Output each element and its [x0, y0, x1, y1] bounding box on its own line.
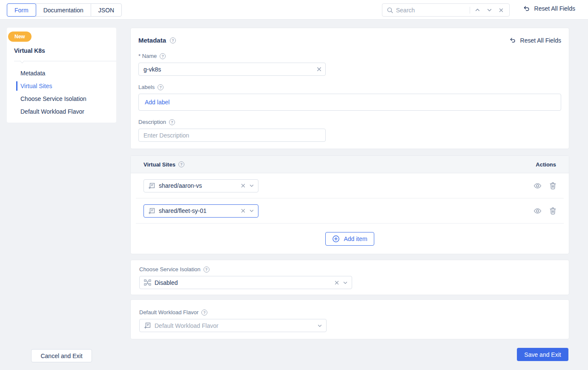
actions-column-header: Actions [536, 161, 556, 168]
close-icon[interactable] [496, 6, 506, 15]
eye-icon[interactable] [534, 208, 542, 214]
workload-flavor-section: Default Workload Flavor Default Workload… [130, 299, 569, 339]
service-isolation-label: Choose Service Isolation [139, 266, 560, 272]
chevron-down-icon[interactable] [249, 183, 254, 188]
search-box[interactable] [382, 3, 510, 17]
search-input[interactable] [396, 7, 467, 14]
trash-icon[interactable] [550, 182, 556, 189]
top-bar: Form Documentation JSON Reset All Fields [0, 0, 588, 20]
labels-label-text: Labels [138, 84, 155, 90]
sidebar-item-virtual-sites[interactable]: Virtual Sites [7, 80, 116, 92]
search-divider [470, 7, 470, 14]
eye-icon[interactable] [534, 183, 542, 189]
description-field-label: Description [138, 119, 561, 125]
virtual-sites-header: Virtual Sites Actions [131, 156, 569, 173]
labels-field: Add label [138, 94, 561, 111]
reference-icon [148, 207, 155, 215]
metadata-reset-label: Reset All Fields [520, 37, 561, 44]
reset-all-fields-label: Reset All Fields [534, 5, 575, 12]
reset-all-fields-button[interactable]: Reset All Fields [522, 5, 575, 12]
sidebar-item-default-workload-flavor[interactable]: Default Workload Flavor [7, 105, 116, 118]
sidebar-item-metadata[interactable]: Metadata [7, 67, 116, 80]
add-circle-icon [332, 235, 340, 243]
chevron-down-icon[interactable] [485, 6, 494, 15]
service-isolation-value: Disabled [155, 279, 331, 286]
description-field [138, 129, 326, 142]
metadata-title-text: Metadata [138, 37, 166, 44]
virtual-site-row: shared/aaron-vs [136, 173, 564, 198]
tab-form[interactable]: Form [7, 3, 36, 17]
chevron-up-icon[interactable] [473, 6, 482, 15]
tab-json[interactable]: JSON [91, 3, 122, 17]
chevron-down-icon[interactable] [343, 280, 348, 285]
virtual-site-select-1[interactable]: shared/aaron-vs [143, 179, 258, 192]
workload-flavor-select[interactable]: Default Workload Flavor [139, 319, 327, 332]
cancel-and-exit-button[interactable]: Cancel and Exit [31, 349, 92, 362]
reset-icon [509, 37, 516, 43]
service-isolation-icon [144, 279, 151, 286]
workload-flavor-label: Default Workload Flavor [139, 309, 560, 316]
virtual-site-value: shared/aaron-vs [159, 182, 237, 189]
help-icon[interactable] [158, 84, 163, 90]
add-label-button[interactable]: Add label [145, 99, 169, 106]
description-input[interactable] [138, 129, 326, 142]
tab-documentation[interactable]: Documentation [36, 3, 91, 17]
clear-name-icon[interactable] [316, 66, 322, 72]
virtual-site-select-2[interactable]: shared/fleet-sy-01 [143, 204, 258, 218]
add-item-area: Add item [131, 224, 569, 254]
sidebar-title: Virtual K8s [14, 47, 116, 54]
clear-selection-icon[interactable] [241, 208, 246, 213]
view-tab-group: Form Documentation JSON [7, 3, 122, 17]
reference-icon [148, 182, 155, 189]
service-isolation-select[interactable]: Disabled [139, 276, 352, 289]
name-input[interactable] [138, 63, 326, 76]
reference-icon [144, 322, 151, 329]
workload-flavor-placeholder: Default Workload Flavor [155, 322, 314, 329]
help-icon[interactable] [160, 53, 166, 59]
name-field [138, 63, 326, 76]
row-actions [534, 207, 556, 215]
status-badge: New [8, 32, 32, 42]
name-field-label: * Name [138, 53, 561, 59]
add-item-label: Add item [344, 235, 367, 242]
metadata-section: Metadata Reset All Fields * Name Labels … [130, 28, 569, 149]
description-label-text: Description [138, 119, 166, 125]
virtual-sites-header-title: Virtual Sites [143, 161, 184, 168]
sidebar-divider [14, 61, 116, 61]
add-item-button[interactable]: Add item [325, 232, 374, 246]
row-actions [534, 182, 556, 189]
collapse-notch-icon [20, 58, 24, 63]
labels-field-label: Labels [138, 84, 561, 90]
help-icon[interactable] [178, 161, 184, 167]
metadata-reset-all-fields-button[interactable]: Reset All Fields [509, 37, 561, 44]
chevron-down-icon[interactable] [317, 323, 322, 328]
metadata-section-title: Metadata [138, 37, 176, 44]
virtual-site-value: shared/fleet-sy-01 [159, 207, 237, 214]
trash-icon[interactable] [550, 207, 556, 215]
virtual-sites-title-text: Virtual Sites [143, 161, 175, 168]
workload-flavor-label-text: Default Workload Flavor [139, 309, 198, 316]
service-isolation-label-text: Choose Service Isolation [139, 266, 201, 272]
help-icon[interactable] [169, 119, 175, 125]
name-label-text: * Name [138, 53, 157, 59]
save-and-exit-button[interactable]: Save and Exit [517, 348, 568, 361]
chevron-down-icon[interactable] [249, 208, 254, 213]
help-icon[interactable] [170, 37, 176, 43]
help-icon[interactable] [201, 310, 207, 316]
virtual-sites-section: Virtual Sites Actions shared/aaron-vs [130, 155, 569, 254]
form-sidebar: New Virtual K8s Metadata Virtual Sites C… [7, 28, 116, 123]
reset-icon [522, 5, 531, 12]
clear-selection-icon[interactable] [334, 280, 339, 285]
help-icon[interactable] [204, 267, 209, 272]
sidebar-item-choose-service-isolation[interactable]: Choose Service Isolation [7, 92, 116, 105]
virtual-site-row: shared/fleet-sy-01 [136, 198, 564, 224]
clear-selection-icon[interactable] [241, 183, 246, 188]
search-icon [387, 6, 393, 15]
service-isolation-section: Choose Service Isolation Disabled [130, 260, 569, 295]
